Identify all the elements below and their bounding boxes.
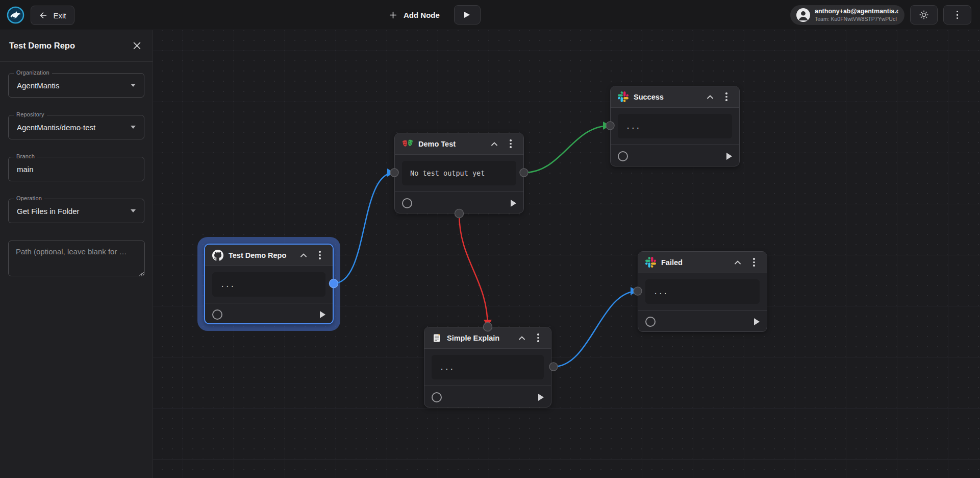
node-success[interactable]: Success ...: [610, 86, 740, 166]
operation-value: Get Files in Folder: [17, 207, 131, 216]
node-menu-button[interactable]: [533, 332, 544, 344]
path-textarea[interactable]: [8, 241, 145, 276]
node-status-circle[interactable]: [618, 151, 628, 161]
organization-label: Organization: [14, 69, 52, 76]
node-output-preview[interactable]: No test output yet: [402, 161, 516, 185]
node-header[interactable]: Success: [611, 86, 739, 108]
node-demo-test[interactable]: Demo Test No test output yet: [394, 133, 524, 213]
kebab-menu-icon: [957, 11, 959, 19]
node-title: Failed: [661, 258, 727, 267]
exit-label: Exit: [53, 11, 66, 20]
kebab-menu-icon: [510, 139, 512, 148]
node-output-preview[interactable]: ...: [645, 279, 760, 304]
collapse-node-button[interactable]: [489, 138, 500, 150]
panel-form: Organization AgentMantis Repository Agen…: [0, 62, 153, 278]
node-status-circle[interactable]: [212, 309, 222, 320]
run-node-button[interactable]: [538, 394, 544, 401]
top-bar: Exit Add Node anthony+ab@agentmanti: [0, 0, 980, 30]
node-status-circle[interactable]: [432, 392, 442, 402]
edge-arrowhead: [484, 320, 492, 327]
sun-icon: [919, 10, 929, 20]
user-email: anthony+ab@agentmantis.com: [815, 8, 898, 16]
panel-title: Test Demo Repo: [9, 41, 75, 51]
run-node-button[interactable]: [320, 311, 325, 318]
kebab-menu-icon: [319, 251, 321, 259]
node-menu-button[interactable]: [721, 91, 732, 103]
close-panel-button[interactable]: [130, 39, 143, 53]
run-node-button[interactable]: [726, 153, 732, 160]
node-output-preview[interactable]: ...: [618, 114, 732, 138]
document-icon: [432, 333, 442, 343]
node-output-preview[interactable]: ...: [212, 272, 325, 297]
overflow-menu-button[interactable]: [943, 5, 971, 25]
edge-test-demo-repo-to-demo-test: [334, 173, 394, 283]
edge-arrowhead: [603, 122, 610, 130]
branch-input[interactable]: Branch main: [8, 157, 144, 181]
node-test-demo-repo[interactable]: Test Demo Repo ...: [204, 244, 334, 324]
plus-icon: [389, 11, 397, 19]
node-header[interactable]: Failed: [638, 252, 767, 273]
kebab-menu-icon: [725, 92, 727, 101]
slack-icon: [645, 257, 656, 268]
user-team: Team: Ku0FNwtVW8STP7YwPUcI: [815, 16, 898, 22]
organization-value: AgentMantis: [17, 81, 131, 90]
panel-header: Test Demo Repo: [0, 30, 153, 62]
collapse-node-button[interactable]: [298, 250, 309, 261]
node-menu-button[interactable]: [748, 257, 760, 268]
run-workflow-button[interactable]: [454, 5, 481, 25]
collapse-node-button[interactable]: [705, 91, 716, 103]
node-title: Simple Explain: [447, 334, 511, 342]
add-node-button[interactable]: Add Node: [389, 11, 440, 19]
arrow-left-icon: [39, 11, 48, 20]
node-menu-button[interactable]: [314, 250, 325, 261]
node-failed[interactable]: Failed ...: [638, 251, 767, 332]
node-title: Test Demo Repo: [229, 251, 293, 259]
operation-label: Operation: [14, 195, 44, 201]
repository-select[interactable]: Repository AgentMantis/demo-test: [8, 115, 144, 139]
node-header[interactable]: Demo Test: [395, 133, 523, 155]
node-header[interactable]: Test Demo Repo: [205, 245, 333, 266]
edge-demo-test-to-success: [524, 126, 610, 173]
node-header[interactable]: Simple Explain: [424, 327, 551, 349]
app-window: Exit Add Node anthony+ab@agentmanti: [0, 0, 980, 478]
organization-select[interactable]: Organization AgentMantis: [8, 73, 144, 98]
chevron-up-icon: [519, 336, 525, 340]
chevron-up-icon: [735, 260, 741, 265]
orca-logo-icon[interactable]: [7, 6, 24, 24]
branch-label: Branch: [14, 153, 37, 159]
workflow-canvas[interactable]: Test Demo Repo ...: [153, 30, 980, 478]
run-node-button[interactable]: [754, 318, 760, 325]
edge-arrowhead: [387, 169, 394, 177]
branch-value: main: [17, 165, 136, 174]
add-node-label: Add Node: [404, 11, 440, 19]
node-status-circle[interactable]: [402, 198, 412, 208]
node-output-preview[interactable]: ...: [432, 355, 544, 379]
chevron-down-icon: [131, 84, 136, 87]
node-simple-explain[interactable]: Simple Explain ...: [424, 327, 551, 408]
node-selection-glow: Test Demo Repo ...: [197, 237, 340, 331]
collapse-node-button[interactable]: [516, 332, 527, 344]
user-account-badge[interactable]: anthony+ab@agentmantis.com Team: Ku0FNwt…: [790, 5, 904, 25]
run-node-button[interactable]: [511, 200, 516, 207]
exit-button[interactable]: Exit: [31, 6, 74, 25]
theater-masks-icon: [402, 138, 413, 150]
node-menu-button[interactable]: [505, 138, 516, 150]
repository-value: AgentMantis/demo-test: [17, 123, 131, 132]
kebab-menu-icon: [753, 258, 755, 267]
github-icon: [212, 250, 223, 261]
chevron-up-icon: [491, 142, 497, 146]
operation-select[interactable]: Operation Get Files in Folder: [8, 199, 144, 223]
kebab-menu-icon: [537, 333, 539, 342]
collapse-node-button[interactable]: [732, 257, 743, 268]
chevron-up-icon: [300, 253, 307, 257]
edge-arrowhead: [631, 287, 638, 295]
slack-icon: [618, 91, 629, 102]
close-icon: [133, 42, 141, 50]
play-icon: [464, 12, 470, 18]
chevron-down-icon: [131, 126, 136, 129]
edge-simple-explain-to-failed: [554, 291, 638, 367]
node-status-circle[interactable]: [645, 317, 656, 327]
node-title: Demo Test: [418, 140, 484, 148]
chevron-down-icon: [131, 209, 136, 212]
theme-toggle-button[interactable]: [910, 5, 938, 25]
